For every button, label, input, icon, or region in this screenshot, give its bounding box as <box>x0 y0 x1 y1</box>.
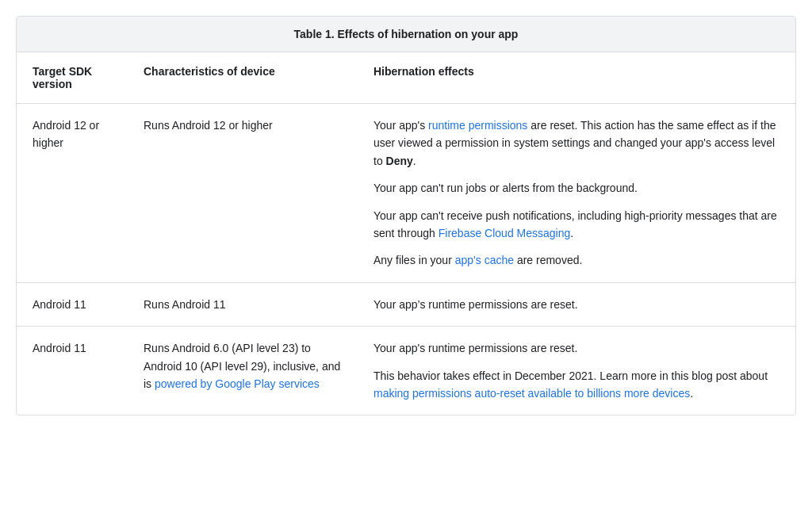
row1-para1: Your app's runtime permissions are reset… <box>373 117 779 170</box>
table-row: Android 12 or higher Runs Android 12 or … <box>17 104 795 283</box>
row1-para2-text: Your app can't run jobs or alerts from t… <box>373 182 638 194</box>
hibernation-table: Target SDK version Characteristics of de… <box>17 52 795 415</box>
google-play-services-link[interactable]: powered by Google Play services <box>155 377 320 390</box>
row3-para1-text: Your app's runtime permissions are reset… <box>373 342 577 354</box>
row3-para2-text-after: . <box>690 387 693 400</box>
table-title: Table 1. Effects of hibernation on your … <box>17 17 795 52</box>
row1-sdk: Android 12 or higher <box>17 104 128 283</box>
row1-para4-text-after: are removed. <box>514 254 582 266</box>
row1-characteristics: Runs Android 12 or higher <box>128 104 358 283</box>
row3-characteristics: Runs Android 6.0 (API level 23) to Andro… <box>128 327 358 415</box>
row2-hibernation: Your app’s runtime permissions are reset… <box>358 282 795 326</box>
table-header-row: Target SDK version Characteristics of de… <box>17 52 795 104</box>
header-characteristics: Characteristics of device <box>128 52 358 104</box>
header-hibernation: Hibernation effects <box>358 52 795 104</box>
row1-para4: Any files in your app's cache are remove… <box>373 251 779 269</box>
row1-para3: Your app can't receive push notification… <box>373 207 779 243</box>
firebase-cloud-messaging-link[interactable]: Firebase Cloud Messaging <box>439 227 571 239</box>
row3-hibernation: Your app's runtime permissions are reset… <box>358 327 795 415</box>
runtime-permissions-link[interactable]: runtime permissions <box>428 119 527 132</box>
row3-para2: This behavior takes effect in December 2… <box>373 367 779 403</box>
row3-para2-text-before: This behavior takes effect in December 2… <box>373 369 768 382</box>
row1-para1-text-before: Your app's <box>373 119 428 132</box>
row2-characteristics: Runs Android 11 <box>128 282 358 326</box>
blog-post-link[interactable]: making permissions auto-reset available … <box>373 387 690 400</box>
row1-para2: Your app can't run jobs or alerts from t… <box>373 179 779 197</box>
table-row: Android 11 Runs Android 11 Your app’s ru… <box>17 282 795 326</box>
table-container: Table 1. Effects of hibernation on your … <box>16 16 796 415</box>
row3-para1: Your app's runtime permissions are reset… <box>373 339 779 357</box>
row1-para3-text-before: Your app can't receive push notification… <box>373 209 777 239</box>
row2-sdk: Android 11 <box>17 282 128 326</box>
table-row: Android 11 Runs Android 6.0 (API level 2… <box>17 327 795 415</box>
app-cache-link[interactable]: app's cache <box>455 254 514 266</box>
row1-para3-text-after: . <box>570 227 573 239</box>
row3-sdk: Android 11 <box>17 327 128 415</box>
row2-hibernation-text: Your app’s runtime permissions are reset… <box>373 298 578 311</box>
header-sdk: Target SDK version <box>17 52 128 104</box>
row1-hibernation: Your app's runtime permissions are reset… <box>358 104 795 283</box>
row1-para4-text-before: Any files in your <box>373 254 455 266</box>
